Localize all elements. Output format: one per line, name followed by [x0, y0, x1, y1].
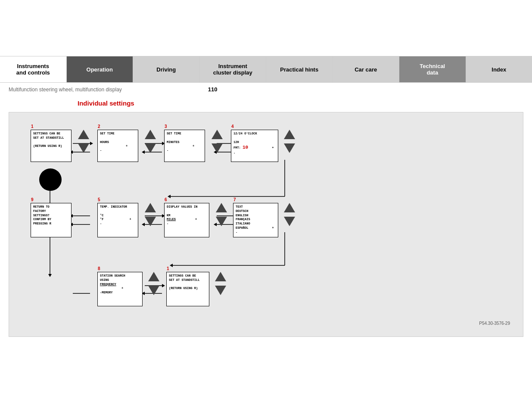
control-knob[interactable] [39, 168, 62, 191]
nav-item-car-care[interactable]: Car care [333, 56, 400, 82]
svg-marker-38 [48, 274, 52, 277]
node-9: 9 RETURN TOFACTORYSETTINGS?CONFIRM BYPRE… [31, 203, 72, 237]
node-2-text: SET TIMEHOURS+- [100, 132, 136, 153]
page-info: Multifunction steering wheel, multifunct… [0, 83, 532, 96]
btn-down-3[interactable] [212, 143, 223, 153]
svg-marker-1 [90, 142, 93, 145]
step-2-label: 2 [98, 124, 100, 129]
btn-up-8[interactable] [148, 272, 159, 281]
btn-down-7[interactable] [284, 217, 295, 226]
btn-down-1[interactable] [78, 143, 89, 153]
svg-marker-22 [214, 223, 217, 226]
btn-up-3[interactable] [212, 130, 223, 139]
breadcrumb-text: Multifunction steering wheel, multifunct… [9, 87, 122, 93]
svg-marker-27 [162, 284, 165, 287]
node-6: 6 DISPLAY VALUES INKMMILES+- [164, 203, 209, 237]
btn-up-4[interactable] [284, 130, 295, 139]
step-5-label: 5 [98, 197, 100, 202]
node-4: 4 12/24 O'CLOCK12hFMT: 10+- [231, 130, 278, 162]
nav-item-operation[interactable]: Operation [67, 56, 134, 82]
node-9-text: RETURN TOFACTORYSETTINGS?CONFIRM BYPRESS… [33, 205, 69, 226]
bottom-space [0, 346, 532, 410]
node-2: 2 SET TIMEHOURS+- [97, 130, 138, 162]
step-8-label: 8 [98, 266, 100, 271]
step-1-label: 1 [31, 124, 34, 129]
btn-up-1[interactable] [78, 130, 89, 139]
diagram-reference: P54.30-3576-29 [479, 321, 510, 326]
nav-item-instrument-cluster[interactable]: Instrumentcluster display [200, 56, 267, 82]
step-1b-label: 1 [167, 266, 169, 271]
step-4-label: 4 [231, 124, 234, 129]
svg-marker-14 [168, 195, 171, 198]
nav-item-instruments[interactable]: Instrumentsand controls [0, 56, 67, 82]
nav-label-technical-data: Technicaldata [420, 63, 445, 76]
node-4-text: 12/24 O'CLOCK12hFMT: 10+- [233, 132, 276, 156]
btn-down-4[interactable] [284, 143, 295, 153]
step-7-label: 7 [233, 197, 236, 202]
svg-marker-9 [142, 150, 145, 154]
nav-item-driving[interactable]: Driving [133, 56, 200, 82]
section-title-text: Individual settings [78, 100, 134, 107]
nav-label-instrument-cluster: Instrumentcluster display [213, 63, 252, 76]
node-6-text: DISPLAY VALUES INKMMILES+- [167, 205, 207, 226]
svg-marker-20 [142, 223, 145, 226]
node-1b-text: SETTINGS CAN BESET AT STANDSTILL(RETURN … [169, 274, 207, 291]
nav-label-operation: Operation [87, 66, 113, 73]
nav-label-index: Index [492, 66, 506, 73]
nav-item-index[interactable]: Index [466, 56, 532, 82]
node-1-text: SETTINGS CAN BESET AT STANDSTILL(RETURN … [33, 132, 69, 149]
flowchart-diagram: 1 SETTINGS CAN BESET AT STANDSTILL(RETUR… [18, 121, 514, 328]
btn-up-6[interactable] [216, 203, 227, 212]
nav-label-driving: Driving [156, 66, 176, 73]
node-8: 8 STATION SEARCHUSINGFREQUENCY+-MEMORY [97, 272, 143, 306]
step-6-label: 6 [165, 197, 167, 202]
section-title: Individual settings [0, 96, 532, 112]
btn-up-1b[interactable] [215, 272, 226, 281]
btn-up-5[interactable] [145, 203, 156, 212]
step-3-label: 3 [165, 124, 167, 129]
node-7-text: TEXTDEUTSCHENGLISHFRANÇAISITALIANOESPAÑO… [236, 205, 276, 235]
nav-bar: Instrumentsand controls Operation Drivin… [0, 56, 532, 83]
svg-marker-25 [170, 264, 173, 267]
top-space [0, 0, 532, 56]
btn-down-5[interactable] [145, 217, 156, 226]
btn-down-8[interactable] [148, 286, 159, 295]
nav-item-practical-hints[interactable]: Practical hints [266, 56, 333, 82]
node-3-text: SET TIMEMINUTES+- [167, 132, 202, 153]
btn-down-6[interactable] [216, 217, 227, 226]
node-5: 5 TEMP. INDICATOR°C°F+- [97, 203, 138, 237]
btn-down-2[interactable] [145, 143, 156, 153]
node-7: 7 TEXTDEUTSCHENGLISHFRANÇAISITALIANOESPA… [233, 203, 278, 237]
nav-label-practical-hints: Practical hints [280, 66, 318, 73]
nav-item-technical-data[interactable]: Technicaldata [399, 56, 466, 82]
btn-up-2[interactable] [145, 130, 156, 139]
node-3: 3 SET TIMEMINUTES+- [164, 130, 205, 162]
node-1: 1 SETTINGS CAN BESET AT STANDSTILL(RETUR… [31, 130, 72, 162]
page-number: 110 [208, 86, 218, 93]
node-8-text: STATION SEARCHUSINGFREQUENCY+-MEMORY [100, 274, 140, 295]
btn-down-1b[interactable] [215, 286, 226, 295]
step-9-label: 9 [31, 197, 34, 202]
nav-label-instruments: Instrumentsand controls [16, 63, 50, 76]
node-1b: 1 SETTINGS CAN BESET AT STANDSTILL(RETUR… [166, 272, 209, 306]
btn-up-7[interactable] [284, 203, 295, 212]
node-5-text: TEMP. INDICATOR°C°F+- [100, 205, 136, 226]
nav-label-car-care: Car care [355, 66, 377, 73]
diagram-container: 1 SETTINGS CAN BESET AT STANDSTILL(RETUR… [9, 112, 523, 337]
